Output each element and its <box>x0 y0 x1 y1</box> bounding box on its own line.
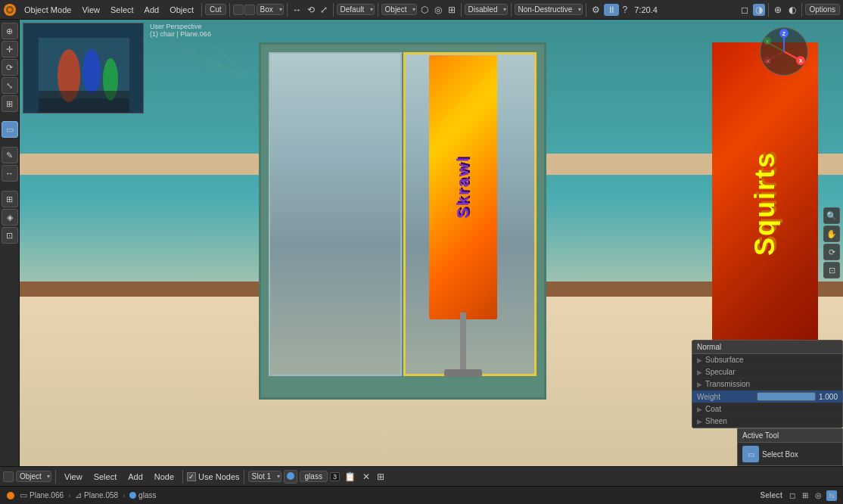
use-nodes-label: Use Nodes <box>198 472 239 481</box>
separator-4 <box>333 3 334 17</box>
object-controls: Object ⬡ ◎ ⊞ <box>381 4 458 16</box>
shader-weight-bar <box>757 392 815 401</box>
non-destructive-dropdown[interactable]: Non-Destructive <box>515 4 583 15</box>
viewport-label: User Perspective (1) chair | Plane.066 <box>150 23 211 38</box>
shader-row-weight[interactable]: Weight 1.000 <box>692 390 842 403</box>
viewport-object-label: (1) chair | Plane.066 <box>150 30 211 38</box>
viewport-shade-icon-1[interactable]: ◻ <box>739 4 751 16</box>
extra-tool-2[interactable]: ⊡ <box>2 227 18 244</box>
options-button[interactable]: Options <box>805 4 840 15</box>
status-icon-2[interactable]: ⊞ <box>800 490 810 501</box>
zoom-btn[interactable]: 🔍 <box>823 207 840 224</box>
bottom-sep-3 <box>244 470 244 484</box>
banner-text-left: Skrawl <box>453 156 473 219</box>
disabled-dropdown[interactable]: Disabled <box>465 4 508 15</box>
svg-point-12 <box>82 49 101 95</box>
svg-point-2 <box>8 8 12 11</box>
menu-object[interactable]: Object <box>165 4 198 16</box>
main-area: ⊕ ✛ ⟳ ⤡ ⊞ ▭ ✎ ↔ ⊞ ◈ ⊡ <box>0 20 843 466</box>
status-blue-icon[interactable]: N <box>826 490 837 501</box>
measure-tool[interactable]: ↔ <box>2 165 18 182</box>
bottom-node[interactable]: Node <box>150 471 179 483</box>
status-icon-3[interactable]: ◎ <box>813 490 824 501</box>
material-del-btn[interactable]: ✕ <box>360 471 372 483</box>
view-icon-2[interactable]: ◐ <box>786 4 798 16</box>
cursor-tool[interactable]: ⊕ <box>2 23 18 39</box>
status-plane058-icon: ⊿ <box>75 490 82 500</box>
material-color-dot <box>287 472 294 480</box>
scale-tool[interactable]: ⤡ <box>2 77 18 94</box>
box-dropdown[interactable]: Box <box>257 4 284 15</box>
default-dropdown-wrapper: Default <box>337 4 375 15</box>
question-icon[interactable]: ? <box>621 4 630 16</box>
transform-icon-1[interactable]: ↔ <box>291 4 304 16</box>
view-icon-1[interactable]: ⊕ <box>772 4 784 16</box>
use-nodes-wrapper: ✓ Use Nodes <box>187 472 239 481</box>
bottom-left-icons <box>3 471 14 482</box>
shader-row-subsurface[interactable]: ▶ Subsurface <box>692 354 842 366</box>
status-plane058-label: Plane.058 <box>84 491 118 499</box>
select-status-label: Select <box>761 491 782 499</box>
bottom-view[interactable]: View <box>60 471 87 483</box>
nav-gizmo[interactable]: Z X -X Y <box>760 27 813 80</box>
menu-select[interactable]: Select <box>106 4 138 16</box>
material-node-btn[interactable]: ⊞ <box>375 471 387 483</box>
shader-row-transmission[interactable]: ▶ Transmission <box>692 378 842 390</box>
rotate-tool[interactable]: ⟳ <box>2 59 18 76</box>
material-copy-btn[interactable]: 📋 <box>342 471 358 483</box>
mode-icon-1[interactable] <box>233 5 244 15</box>
shader-row-coat[interactable]: ▶ Coat <box>692 403 842 415</box>
obj-icon-2[interactable]: ◎ <box>432 4 444 16</box>
pause-icon[interactable]: ⏸ <box>604 4 619 16</box>
select-box-tool[interactable]: ▭ <box>2 121 18 138</box>
bottom-object-dropdown[interactable]: Object <box>16 471 51 482</box>
orbit-btn[interactable]: ⟳ <box>823 244 840 260</box>
object-dropdown[interactable]: Object <box>381 4 417 15</box>
viewport-shade-icon-2[interactable]: ◑ <box>753 4 765 16</box>
right-mini-toolbar: 🔍 ✋ ⟳ ⊡ <box>823 207 840 278</box>
menu-view[interactable]: View <box>77 4 104 16</box>
svg-line-24 <box>767 42 784 51</box>
status-blender-icon <box>6 491 15 500</box>
transform-tool[interactable]: ⊞ <box>2 95 18 112</box>
bottom-sep-2 <box>182 470 183 484</box>
perspective-btn[interactable]: ⊡ <box>823 262 840 278</box>
door-glass-left <box>269 52 402 377</box>
annotate-tool[interactable]: ✎ <box>2 147 18 163</box>
menu-add[interactable]: Add <box>140 4 164 16</box>
status-glass-icon <box>129 491 136 500</box>
shader-weight-fill <box>757 393 814 400</box>
viewport-3d[interactable]: Skrawl Squirts <box>20 20 843 466</box>
extra-tool-1[interactable]: ◈ <box>2 209 18 226</box>
bottom-select[interactable]: Select <box>89 471 122 483</box>
separator-1 <box>201 3 202 17</box>
status-icon-1[interactable]: ◻ <box>787 490 798 501</box>
banner-stand-left: Skrawl <box>429 55 497 377</box>
banner-text-right: Squirts <box>749 151 781 256</box>
bottom-icon-1[interactable] <box>3 471 14 482</box>
slot-dropdown[interactable]: Slot 1 <box>248 471 282 482</box>
obj-icon-3[interactable]: ⊞ <box>446 4 458 16</box>
gizmo-circle[interactable]: Z X -X Y <box>760 27 808 76</box>
menu-object-mode[interactable]: Object Mode <box>20 4 76 16</box>
bottom-sep-1 <box>55 470 56 484</box>
use-nodes-checkbox[interactable]: ✓ <box>187 472 196 481</box>
pan-btn[interactable]: ✋ <box>823 226 840 242</box>
material-slot-count: 3 <box>330 472 340 481</box>
shader-row-specular[interactable]: ▶ Specular <box>692 366 842 378</box>
shader-sheen-label: Sheen <box>705 417 838 425</box>
transform-icon-3[interactable]: ⤢ <box>318 4 330 16</box>
transform-icon-2[interactable]: ⟲ <box>305 4 317 16</box>
bottom-add[interactable]: Add <box>123 471 148 483</box>
time-display: 7:20.4 <box>634 5 658 14</box>
obj-icon-1[interactable]: ⬡ <box>418 4 431 16</box>
cut-button[interactable]: Cut <box>205 4 226 15</box>
move-tool[interactable]: ✛ <box>2 41 18 58</box>
banner-base-left <box>444 369 482 377</box>
settings-icon[interactable]: ⚙ <box>589 4 602 16</box>
shader-row-sheen[interactable]: ▶ Sheen <box>692 415 842 428</box>
banner-graphic-left: Skrawl <box>429 55 497 319</box>
add-tool[interactable]: ⊞ <box>2 191 18 207</box>
default-dropdown[interactable]: Default <box>337 4 375 15</box>
mode-icon-2[interactable] <box>244 5 255 15</box>
